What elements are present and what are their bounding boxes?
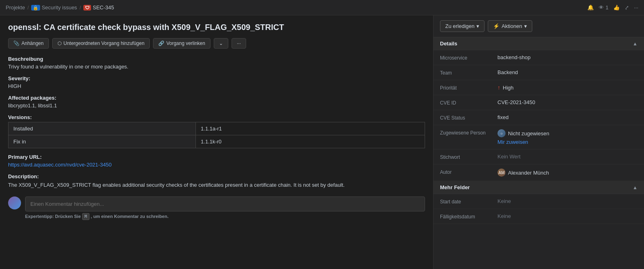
affected-value: libcrypto1.1, libssl1.1 <box>8 102 425 109</box>
details-chevron-icon: ▲ <box>633 41 638 47</box>
beschreibung-label: Beschreibung <box>8 56 425 62</box>
detail-row-prioritaet: Priorität ↑ High <box>434 80 644 95</box>
left-panel: openssl: CA certificate check bypass wit… <box>0 15 434 269</box>
actions-button[interactable]: ⚡ Aktionen ▾ <box>488 20 532 32</box>
fix-in-value: 1.1.1k-r0 <box>196 135 425 148</box>
expert-tip-text: Expertentipp: Drücken Sie M , um einen K… <box>25 214 168 219</box>
detail-row-autor: Autor AM Alexander Münch <box>434 164 644 181</box>
breadcrumb: Projekte / 🔒 Security issues / 🛡 SEC-345 <box>6 4 114 11</box>
detail-row-microservice: Microservice backend-shop <box>434 50 644 65</box>
lightning-icon: ⚡ <box>493 23 499 29</box>
add-child-button[interactable]: ⬡ Untergeordneten Vorgang hinzufügen <box>52 38 150 49</box>
right-panel-header: Zu erledigen ▾ ⚡ Aktionen ▾ <box>434 15 644 37</box>
details-section-header[interactable]: Details ▲ <box>434 37 644 50</box>
status-button[interactable]: Zu erledigen ▾ <box>440 20 485 32</box>
description-text: The X509_V_FLAG_X509_STRICT flag enables… <box>8 181 425 189</box>
description-label: Description: <box>8 173 425 179</box>
detail-row-team: Team Backend <box>434 65 644 80</box>
link-button[interactable]: 🔗 Vorgang verlinken <box>153 38 210 49</box>
expand-button[interactable]: ⌄ <box>214 38 228 49</box>
beschreibung-value: Trivy found a vulnerability in one or mo… <box>8 64 425 70</box>
installed-value: 1.1.1a-r1 <box>196 122 425 135</box>
breadcrumb-projekte[interactable]: Projekte <box>6 4 25 11</box>
table-row: Fix in 1.1.1k-r0 <box>9 135 425 148</box>
expert-key: M <box>82 213 90 220</box>
more-actions-button[interactable]: ··· <box>232 38 246 49</box>
severity-value: HIGH <box>8 83 425 89</box>
right-panel: Zu erledigen ▾ ⚡ Aktionen ▾ Details ▲ Mi… <box>434 15 644 269</box>
versions-table: Installed 1.1.1a-r1 Fix in 1.1.1k-r0 <box>8 122 425 148</box>
breadcrumb-sep2: / <box>79 4 81 11</box>
breadcrumb-sec-id: 🛡 SEC-345 <box>83 4 114 11</box>
security-issues-icon: 🔒 <box>31 5 40 11</box>
attach-icon: 📎 <box>13 41 19 46</box>
expert-tip: Expertentipp: Drücken Sie M , um einen K… <box>8 214 425 219</box>
details-section: Details ▲ Microservice backend-shop Team… <box>434 37 644 181</box>
severity-label: Severity: <box>8 75 425 81</box>
installed-label: Installed <box>9 122 196 135</box>
comment-area <box>8 196 425 211</box>
action-bar: 📎 Anhängen ⬡ Untergeordneten Vorgang hin… <box>8 38 425 49</box>
mehr-felder-chevron-icon: ▲ <box>633 185 638 190</box>
detail-row-start-date: Start date Keine <box>434 194 644 209</box>
affected-label: Affected packages: <box>8 95 425 101</box>
bell-button[interactable]: 🔔 <box>587 4 594 11</box>
versions-label: Versions: <box>8 114 425 120</box>
table-row: Installed 1.1.1a-r1 <box>9 122 425 135</box>
breadcrumb-sep1: / <box>28 4 29 11</box>
attach-button[interactable]: 📎 Anhängen <box>8 38 49 49</box>
detail-row-faelligkeitsdatum: Fälligkeitsdatum Keine <box>434 209 644 224</box>
link-icon: 🔗 <box>158 41 164 46</box>
more-button[interactable]: ··· <box>634 4 638 11</box>
priority-arrow-icon: ↑ <box>497 84 500 91</box>
detail-row-cve-status: CVE Status fixed <box>434 110 644 125</box>
sec-badge: 🛡 <box>83 5 91 11</box>
topbar-actions: 🔔 👁 1 👍 ⤤ ··· <box>587 4 638 11</box>
unassigned-avatar: ○ <box>497 129 506 137</box>
primary-url-link[interactable]: https://avd.aquasec.com/nvd/cve-2021-345… <box>8 162 425 168</box>
issue-title: openssl: CA certificate check bypass wit… <box>8 22 425 32</box>
mir-zuweisen-link[interactable]: Mir zuweisen <box>497 139 638 145</box>
priority-high: ↑ High <box>497 84 638 91</box>
main-layout: openssl: CA certificate check bypass wit… <box>0 15 644 269</box>
expand-icon: ⌄ <box>219 41 223 46</box>
fix-in-label: Fix in <box>9 135 196 148</box>
share-button[interactable]: ⤤ <box>625 4 629 11</box>
autor-row: AM Alexander Münch <box>497 169 638 177</box>
detail-row-stichwort: Stichwort Kein Wert <box>434 149 644 164</box>
status-chevron-icon: ▾ <box>476 23 479 29</box>
comment-input[interactable] <box>25 196 425 211</box>
breadcrumb-security-issues[interactable]: 🔒 Security issues <box>31 4 77 11</box>
author-avatar: AM <box>497 169 506 177</box>
mehr-felder-header[interactable]: Mehr Felder ▲ <box>434 181 644 194</box>
primary-url-label: Primary URL: <box>8 154 425 160</box>
avatar <box>8 196 21 209</box>
actions-chevron-icon: ▾ <box>524 23 527 29</box>
watch-button[interactable]: 👁 1 <box>599 4 608 11</box>
add-child-icon: ⬡ <box>57 41 62 46</box>
detail-row-cve-id: CVE ID CVE-2021-3450 <box>434 95 644 110</box>
avatar-image <box>8 196 21 209</box>
assigned-person: ○ Nicht zugewiesen Mir zuweisen <box>497 129 638 145</box>
detail-row-zugewiesene: Zugewiesene Person ○ Nicht zugewiesen Mi… <box>434 125 644 149</box>
thumbs-button[interactable]: 👍 <box>613 4 620 11</box>
topbar: Projekte / 🔒 Security issues / 🛡 SEC-345… <box>0 0 644 15</box>
mehr-felder-section: Mehr Felder ▲ Start date Keine Fälligkei… <box>434 181 644 224</box>
